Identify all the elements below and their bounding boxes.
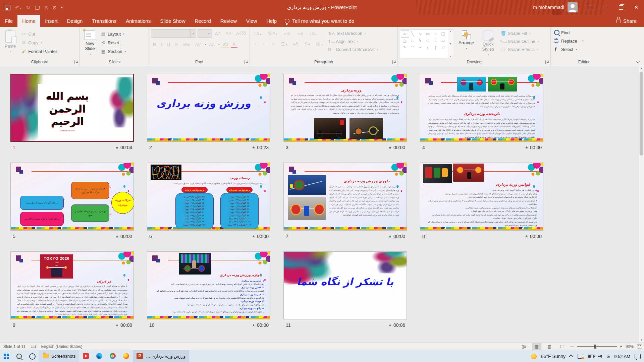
tab-animations[interactable]: Animations — [121, 15, 155, 27]
tab-design[interactable]: Design — [62, 15, 88, 27]
shape-rectangle-icon[interactable]: ▭ — [424, 30, 432, 37]
text-shadow-button[interactable]: S — [173, 41, 179, 48]
columns-button[interactable]: ▥▾ — [314, 41, 324, 47]
clock[interactable]: 9:52 AM — [614, 354, 630, 359]
font-color-button[interactable]: A — [231, 41, 237, 48]
weather-text[interactable]: 66°F Sunny — [541, 354, 566, 359]
scrollbar-thumb[interactable] — [640, 72, 643, 156]
slide-sorter-view-button[interactable]: ▦ — [532, 343, 541, 350]
justify-button[interactable]: ☰▾ — [279, 41, 289, 47]
layout-button[interactable]: ▤Layout▾ — [99, 31, 127, 37]
increase-font-size-button[interactable]: A˄ — [213, 30, 223, 37]
shape-arrow-icon[interactable]: ↘ — [416, 30, 424, 37]
shape-down-arrow-icon[interactable]: ⇩ — [432, 37, 439, 44]
tab-insert[interactable]: Insert — [40, 15, 62, 27]
shape-arc-icon[interactable]: ◠ — [409, 44, 416, 50]
weather-sun-icon[interactable] — [531, 354, 537, 359]
zoom-out-button[interactable]: — — [570, 344, 574, 349]
zoom-in-button[interactable]: + — [620, 344, 622, 349]
slide-thumbnail-1[interactable]: بسم الله الرحمن الرحیم DelBaraneh.com — [10, 74, 134, 142]
keyboard-language[interactable]: فا — [606, 354, 610, 359]
highlight-color-button[interactable]: ab — [221, 41, 230, 48]
clipboard-dialog-launcher[interactable] — [74, 60, 78, 64]
shape-triangle-icon[interactable]: △ — [401, 37, 409, 44]
align-text-button[interactable]: ⬍▭Align Text▾ — [327, 38, 379, 45]
close-button[interactable]: ✕ — [629, 0, 644, 15]
shape-elbow-connector-icon[interactable]: ∟ — [409, 37, 416, 44]
new-slide-button[interactable]: New Slide▾ — [82, 29, 98, 58]
select-button[interactable]: Select▾ — [553, 46, 616, 53]
scroll-down-icon[interactable]: ▼ — [639, 338, 644, 343]
slide-sorter[interactable]: بسم الله الرحمن الرحیم DelBaraneh.com 1★… — [0, 66, 644, 343]
slide-thumbnail-6[interactable]: رده‌های وزنی رقابت ورزشکاران بر اساس وزن… — [147, 163, 270, 231]
shape-scribble-icon[interactable]: ∿ — [401, 44, 409, 50]
tab-help[interactable]: Help — [262, 15, 281, 27]
tab-review[interactable]: Review — [216, 15, 241, 27]
slide-thumbnail-9[interactable]: TOKYO 2020 ○○○ ○○ در ایران تا سالها به ه… — [10, 251, 134, 319]
font-dialog-launcher[interactable] — [245, 60, 248, 64]
slide-thumbnail-8[interactable]: قوانین وزنه برداری هر ورزشکار در هر حرکت… — [420, 163, 543, 231]
slide-thumbnail-10[interactable]: لوازم ورزش وزنه برداری ۱- لباس وزنه بردا… — [147, 251, 270, 319]
shape-left-brace-icon[interactable]: { — [424, 44, 432, 50]
bullets-button[interactable]: ∷≡▾ — [252, 30, 263, 37]
undo-icon[interactable]: ↶▾ — [15, 5, 21, 10]
zoom-slider[interactable] — [577, 346, 617, 347]
hidden-icons-chevron[interactable] — [569, 354, 574, 359]
shape-oval-icon[interactable]: ○ — [432, 30, 439, 37]
shape-right-brace-icon[interactable]: } — [432, 44, 439, 50]
find-button[interactable]: Find — [553, 29, 616, 36]
paste-button[interactable]: Paste▾ — [2, 29, 18, 58]
clear-formatting-button[interactable]: A⌫ — [234, 30, 248, 37]
drawing-dialog-launcher[interactable] — [545, 60, 549, 64]
change-case-button[interactable]: Aa — [207, 41, 216, 48]
tray-display-icon[interactable] — [578, 354, 583, 359]
character-spacing-button[interactable]: AV — [193, 41, 203, 48]
increase-indent-button[interactable]: ⇥≡ — [295, 30, 305, 37]
customize-qat-icon[interactable]: ▾ — [61, 6, 63, 9]
shape-right-arrow-icon[interactable]: ⇨ — [424, 37, 432, 44]
quick-styles-button[interactable]: Quick Styles▾ — [479, 29, 496, 58]
search-button[interactable] — [13, 350, 25, 362]
shape-corner-icon[interactable]: ▱ — [439, 37, 447, 44]
tell-me-box[interactable]: Tell me what you want to do — [281, 15, 358, 27]
shape-line-icon[interactable]: ╲ — [409, 30, 416, 37]
shape-effects-button[interactable]: ❏Shape Effects▾ — [499, 46, 540, 53]
replace-button[interactable]: ab⤷acReplace▾ — [553, 38, 616, 44]
slide-thumbnail-4[interactable]: وزنه‌برداری ورزشی است که شامل بلند کردن … — [420, 74, 543, 142]
font-name-combobox[interactable]: ▾ — [151, 29, 196, 38]
restore-button[interactable] — [613, 0, 629, 15]
reading-view-button[interactable]: ▥ — [545, 343, 554, 350]
slide-thumbnail-7[interactable]: داوری ورزش وزنه برداری هر ورزشکار امکان … — [283, 163, 407, 231]
shape-rounded-rectangle-icon[interactable]: ▢ — [439, 30, 447, 37]
slide-thumbnail-5[interactable]: حرکت یک ضرب : وزنه را با یک حرکت بالا می… — [10, 163, 134, 231]
bold-button[interactable]: B — [151, 41, 158, 48]
tab-transitions[interactable]: Transitions — [87, 15, 121, 27]
edge-button[interactable] — [93, 350, 106, 362]
font-size-combobox[interactable]: ▾ — [198, 29, 212, 38]
slide-thumbnail-11[interactable]: با تشکر از نگاه شما — [283, 251, 407, 319]
shape-curve-icon[interactable]: ∼ — [416, 44, 424, 50]
reset-button[interactable]: ⟲Reset — [99, 39, 127, 46]
proofing-icon[interactable]: 📖̸ — [31, 344, 36, 349]
speaker-icon[interactable] — [598, 355, 602, 358]
paragraph-dialog-launcher[interactable] — [392, 60, 396, 64]
slideshow-view-button[interactable]: 🖵 — [557, 343, 567, 350]
ltr-direction-button[interactable]: ▸¶ — [292, 41, 300, 47]
save-icon[interactable] — [5, 5, 10, 10]
tab-file[interactable]: File — [0, 15, 17, 27]
zoom-slider-thumb[interactable] — [594, 345, 596, 349]
numbering-button[interactable]: ⒓≡▾ — [266, 30, 279, 37]
firefox-button[interactable] — [119, 350, 133, 362]
text-direction-button[interactable]: ⇅AText Direction▾ — [327, 30, 379, 37]
language-indicator[interactable]: English (United States) — [41, 344, 83, 349]
decrease-font-size-button[interactable]: A˅ — [224, 30, 233, 37]
cut-button[interactable]: ✂Cut — [20, 31, 58, 37]
slide-thumbnail-3[interactable]: وزنه‌برداری وزنه‌برداری ورزشی است که در … — [283, 74, 407, 142]
align-center-button[interactable]: ≡ — [261, 41, 267, 47]
shape-outline-button[interactable]: ✎▭Shape Outline▾ — [499, 38, 540, 45]
strikethrough-button[interactable]: abc — [181, 41, 192, 48]
collapse-ribbon-button[interactable] — [635, 59, 641, 64]
fit-to-window-icon[interactable] — [637, 345, 642, 349]
rtl-direction-button[interactable]: ¶◂ — [303, 41, 312, 47]
shape-fill-button[interactable]: 🪣Shape Fill▾ — [499, 30, 540, 37]
